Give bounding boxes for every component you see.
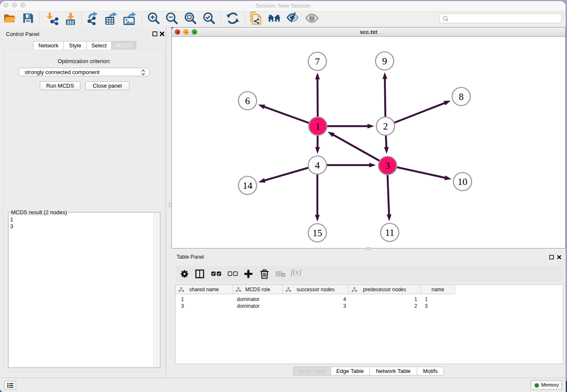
svg-text:2: 2: [383, 121, 388, 132]
svg-text:11: 11: [385, 227, 394, 238]
svg-text:9: 9: [382, 56, 387, 66]
svg-text:7: 7: [315, 56, 320, 67]
svg-text:15: 15: [313, 228, 322, 238]
svg-text:3: 3: [385, 160, 390, 171]
svg-text:4: 4: [315, 160, 320, 171]
svg-text:14: 14: [243, 180, 253, 191]
svg-text:6: 6: [245, 96, 250, 106]
svg-text:1: 1: [315, 121, 320, 132]
svg-text:8: 8: [459, 91, 464, 102]
svg-text:10: 10: [458, 177, 468, 187]
